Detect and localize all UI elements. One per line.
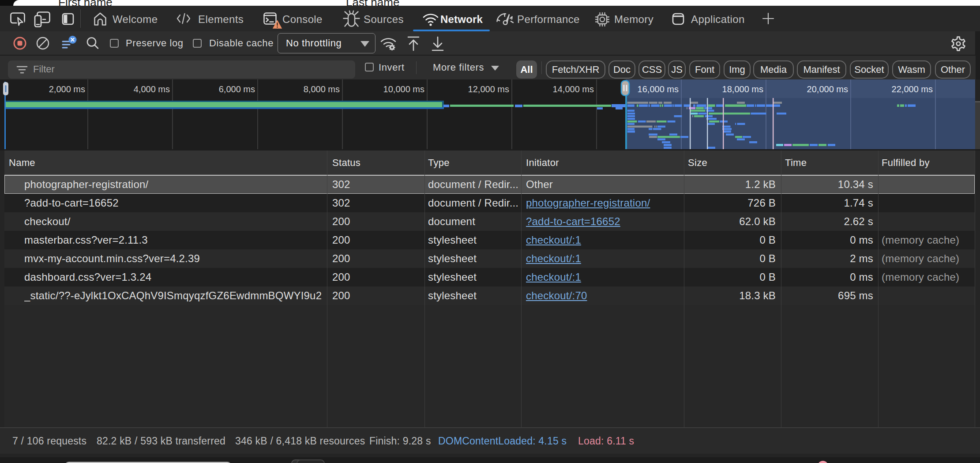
- svg-text:18,000 ms: 18,000 ms: [722, 84, 763, 94]
- svg-text:8,000 ms: 8,000 ms: [304, 84, 340, 94]
- svg-text:14,000 ms: 14,000 ms: [553, 84, 594, 94]
- svg-text:6,000 ms: 6,000 ms: [219, 84, 255, 94]
- svg-text:2,000 ms: 2,000 ms: [49, 84, 85, 94]
- svg-text:12,000 ms: 12,000 ms: [468, 84, 509, 94]
- svg-text:22,000 ms: 22,000 ms: [892, 84, 933, 94]
- svg-text:4,000 ms: 4,000 ms: [134, 84, 170, 94]
- svg-text:16,000 ms: 16,000 ms: [638, 84, 679, 94]
- svg-text:20,000 ms: 20,000 ms: [807, 84, 848, 94]
- svg-text:10,000 ms: 10,000 ms: [383, 84, 424, 94]
